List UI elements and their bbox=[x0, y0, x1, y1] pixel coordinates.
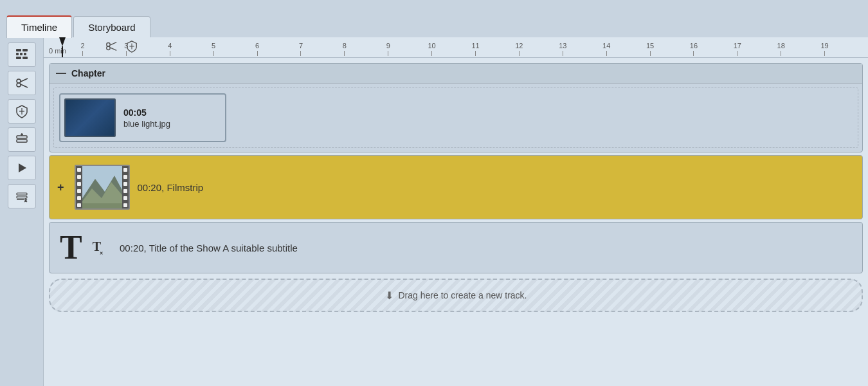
chapter-content: 00:05 blue light.jpg bbox=[53, 87, 858, 148]
filmstrip-hole bbox=[77, 203, 81, 207]
tab-bar: Timeline Storyboard bbox=[0, 0, 868, 37]
ruler-icons bbox=[105, 40, 138, 53]
ruler-mark: 9 bbox=[388, 51, 388, 56]
ruler-mark: 11 bbox=[475, 51, 476, 56]
title-fx-icon: Tₓ bbox=[93, 239, 104, 256]
timeline-area: 0 min 2345678910111213141516171819 — Cha… bbox=[44, 37, 868, 386]
filmstrip-hole bbox=[77, 189, 81, 193]
mosaic-icon bbox=[15, 48, 29, 62]
filmstrip-hole bbox=[123, 175, 127, 179]
razor-icon bbox=[105, 40, 118, 53]
svg-rect-18 bbox=[17, 193, 27, 195]
svg-rect-19 bbox=[17, 196, 27, 198]
drag-arrow-icon: ⬇ bbox=[385, 290, 393, 302]
add-layers-icon bbox=[15, 133, 29, 147]
svg-rect-6 bbox=[23, 57, 28, 59]
filmstrip-scene bbox=[82, 166, 125, 210]
playhead[interactable] bbox=[59, 37, 66, 58]
filmstrip-hole bbox=[123, 182, 127, 186]
drag-zone-label: Drag here to create a new track. bbox=[399, 290, 527, 300]
svg-rect-4 bbox=[24, 53, 26, 55]
svg-rect-2 bbox=[16, 53, 19, 55]
ruler-mark: 4 bbox=[170, 51, 170, 56]
svg-rect-5 bbox=[16, 57, 21, 59]
svg-rect-3 bbox=[20, 53, 23, 55]
add-track-button[interactable] bbox=[8, 127, 36, 152]
ruler-mark: 5 bbox=[213, 51, 214, 56]
tab-storyboard[interactable]: Storyboard bbox=[73, 16, 150, 38]
svg-point-25 bbox=[107, 46, 110, 50]
svg-rect-1 bbox=[23, 49, 28, 51]
tab-timeline[interactable]: Timeline bbox=[6, 15, 72, 38]
svg-line-9 bbox=[21, 78, 28, 82]
clip-name: blue light.jpg bbox=[123, 119, 170, 129]
shield-icon bbox=[15, 104, 29, 118]
ruler-mark: 2 bbox=[82, 51, 83, 56]
video-track-add-button[interactable]: + bbox=[57, 181, 64, 194]
ruler-mark: 16 bbox=[693, 51, 694, 56]
ruler-mark: 18 bbox=[781, 51, 781, 56]
svg-marker-17 bbox=[19, 163, 26, 172]
ruler-mark: 14 bbox=[606, 51, 607, 56]
filmstrip-hole bbox=[77, 196, 81, 200]
filmstrip-image bbox=[82, 166, 122, 208]
play-button[interactable] bbox=[8, 156, 36, 180]
svg-line-10 bbox=[21, 84, 28, 87]
title-sub-icon-area: Tₓ bbox=[93, 239, 104, 256]
filmstrip-hole bbox=[123, 189, 127, 193]
svg-rect-14 bbox=[17, 140, 27, 142]
video-clip-info: 00:20, Filmstrip bbox=[138, 182, 204, 193]
chapter-label: Chapter bbox=[71, 68, 105, 78]
shield-tool-button[interactable] bbox=[8, 99, 36, 124]
tracks-container[interactable]: — Chapter 00:05 blue light.jpg + bbox=[44, 58, 868, 386]
svg-point-24 bbox=[107, 43, 110, 46]
filmstrip-hole bbox=[77, 168, 81, 172]
ruler-mark: 10 bbox=[431, 51, 432, 56]
filmstrip-hole bbox=[77, 175, 81, 179]
ruler-mark: 15 bbox=[650, 51, 651, 56]
chapter-collapse-button[interactable]: — bbox=[56, 68, 66, 79]
chapter-clip[interactable]: 00:05 blue light.jpg bbox=[59, 93, 226, 142]
mosaic-tool-button[interactable] bbox=[8, 42, 36, 67]
drag-drop-zone[interactable]: ⬇ Drag here to create a new track. bbox=[49, 279, 863, 312]
svg-point-7 bbox=[17, 79, 21, 83]
ruler-mark: 13 bbox=[563, 51, 563, 56]
clip-time: 00:05 bbox=[123, 107, 170, 118]
ruler-mark: 6 bbox=[257, 51, 258, 56]
filmstrip-hole bbox=[123, 168, 127, 172]
delete-track-button[interactable] bbox=[8, 184, 36, 208]
title-track: T Tₓ 00:20, Title of the Show A suitable… bbox=[49, 222, 863, 273]
scissors-tool-button[interactable] bbox=[8, 71, 36, 95]
main-area: 0 min 2345678910111213141516171819 — Cha… bbox=[0, 37, 868, 386]
play-icon bbox=[15, 161, 29, 175]
ruler-mark: 12 bbox=[519, 51, 520, 56]
svg-rect-0 bbox=[16, 49, 21, 51]
clip-thumbnail bbox=[64, 98, 116, 137]
filmstrip-thumbnail bbox=[75, 165, 130, 210]
chapter-track: — Chapter 00:05 blue light.jpg bbox=[49, 63, 863, 152]
svg-line-27 bbox=[110, 48, 116, 51]
left-toolbar bbox=[0, 37, 44, 386]
playhead-line bbox=[62, 46, 63, 58]
ruler-mark: 8 bbox=[344, 51, 345, 56]
svg-line-26 bbox=[110, 42, 116, 46]
svg-rect-13 bbox=[17, 136, 27, 138]
chapter-header: — Chapter bbox=[50, 64, 862, 84]
ruler-mark: 7 bbox=[300, 51, 301, 56]
ruler-ticks: 2345678910111213141516171819 bbox=[44, 37, 868, 57]
filmstrip-holes-left bbox=[76, 166, 82, 208]
filmstrip-hole bbox=[77, 182, 81, 186]
ruler-mark: 19 bbox=[824, 51, 825, 56]
ruler-mark: 17 bbox=[737, 51, 737, 56]
title-main-icon: T bbox=[60, 231, 82, 264]
title-track-info: 00:20, Title of the Show A suitable subt… bbox=[120, 243, 298, 253]
playhead-head bbox=[59, 37, 66, 46]
filmstrip-hole bbox=[123, 203, 127, 207]
video-track: + bbox=[49, 155, 863, 219]
shield-ruler-icon bbox=[125, 40, 138, 53]
svg-point-8 bbox=[17, 83, 21, 87]
svg-rect-33 bbox=[82, 203, 125, 210]
filmstrip-holes-right bbox=[122, 166, 129, 208]
scissors-icon bbox=[15, 76, 29, 90]
delete-icon bbox=[15, 189, 29, 203]
